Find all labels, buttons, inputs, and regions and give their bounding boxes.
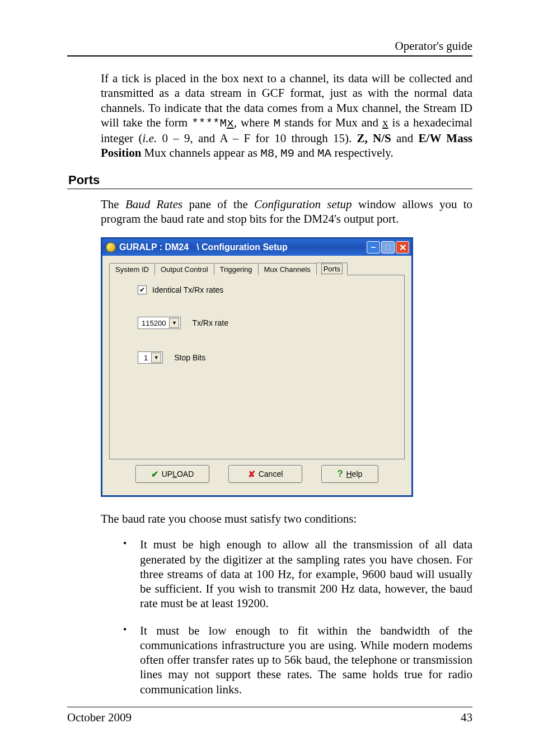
text: pane of the: [182, 198, 254, 211]
tab-mux-channels[interactable]: Mux Channels: [258, 263, 317, 275]
tab-system-id[interactable]: System ID: [109, 263, 155, 275]
identical-txrx-label: Identical Tx/Rx rates: [152, 285, 223, 294]
stop-bits-label: Stop Bits: [174, 353, 205, 362]
upload-button[interactable]: ✔ UPLOAD: [135, 465, 209, 483]
running-header: Operator's guide: [67, 39, 472, 53]
tab-label: Triggering: [220, 265, 252, 274]
stop-bits-value: 1: [144, 354, 148, 362]
text: and: [294, 146, 317, 159]
text: Z, N/S: [357, 132, 391, 145]
maximize-button: □: [381, 241, 395, 253]
text: The: [101, 198, 125, 211]
text: and: [391, 132, 419, 145]
text: respectively.: [331, 146, 394, 159]
check-icon: ✔: [151, 469, 158, 480]
question-icon: ?: [338, 469, 343, 479]
text: stands for Mux and: [280, 116, 382, 129]
text: , where: [234, 116, 274, 129]
tab-panel-ports: ✔ Identical Tx/Rx rates 115200 ▼ Tx/Rx r…: [109, 275, 405, 459]
titlebar[interactable]: GURALP : DM24 \ Configuration Setup – □ …: [102, 239, 411, 256]
text: Configuration setup: [254, 198, 352, 211]
chevron-down-icon: ▼: [169, 318, 179, 328]
conditions-list: It must be high enough to allow all the …: [123, 537, 472, 697]
window-title-left: GURALP : DM24: [119, 242, 189, 252]
stop-bits-select[interactable]: 1 ▼: [138, 351, 163, 364]
button-label: UPLOAD: [162, 469, 194, 478]
paragraph-baud-intro: The Baud Rates pane of the Configuration…: [101, 197, 472, 227]
code: x: [227, 117, 234, 130]
cancel-button[interactable]: ✘ Cancel: [228, 465, 302, 483]
paragraph-conditions-intro: The baud rate you choose must satisfy tw…: [101, 511, 472, 526]
paragraph-mux-explanation: If a tick is placed in the box next to a…: [101, 71, 472, 162]
button-label: Cancel: [259, 469, 283, 478]
window-title-right: \ Configuration Setup: [189, 242, 367, 252]
code: M: [273, 117, 280, 130]
text: x: [382, 116, 388, 129]
header-rule: [67, 55, 472, 57]
text: Mux channels appear as: [141, 146, 260, 159]
code: M9: [280, 147, 294, 160]
close-button[interactable]: ✕: [396, 241, 409, 253]
tab-label: Mux Channels: [264, 265, 311, 274]
tab-output-control[interactable]: Output Control: [154, 263, 214, 275]
tab-label: Ports: [322, 265, 341, 273]
configuration-setup-dialog: GURALP : DM24 \ Configuration Setup – □ …: [101, 237, 413, 497]
text: i.e.: [143, 132, 157, 145]
chevron-down-icon: ▼: [151, 353, 161, 363]
footer-date: October 2009: [67, 711, 132, 725]
identical-txrx-checkbox[interactable]: ✔: [138, 285, 147, 294]
txrx-rate-label: Tx/Rx rate: [192, 318, 228, 327]
tab-label: Output Control: [161, 265, 208, 274]
button-label: Help: [346, 469, 362, 478]
code: ****M: [191, 117, 227, 130]
tab-strip: System ID Output Control Triggering Mux …: [109, 261, 405, 275]
x-icon: ✘: [248, 469, 255, 480]
code: M8: [260, 147, 274, 160]
help-button[interactable]: ? Help: [321, 465, 378, 483]
tab-label: System ID: [115, 265, 149, 274]
list-item: It must be high enough to allow all the …: [123, 537, 472, 611]
tab-ports[interactable]: Ports: [316, 262, 348, 275]
list-item: It must be low enough to fit within the …: [123, 623, 472, 697]
app-icon: [106, 242, 116, 252]
page-footer: October 2009 43: [67, 707, 472, 725]
text: Baud Rates: [125, 198, 182, 211]
ports-rule: [67, 189, 472, 189]
minimize-button[interactable]: –: [367, 241, 380, 253]
tab-triggering[interactable]: Triggering: [214, 263, 259, 275]
footer-page-number: 43: [461, 711, 472, 725]
txrx-rate-select[interactable]: 115200 ▼: [138, 317, 181, 329]
text: 0 – 9, and A – F for 10 through 15).: [157, 132, 357, 145]
ports-heading: Ports: [68, 173, 472, 187]
txrx-rate-value: 115200: [142, 319, 166, 327]
code: MA: [317, 147, 331, 160]
